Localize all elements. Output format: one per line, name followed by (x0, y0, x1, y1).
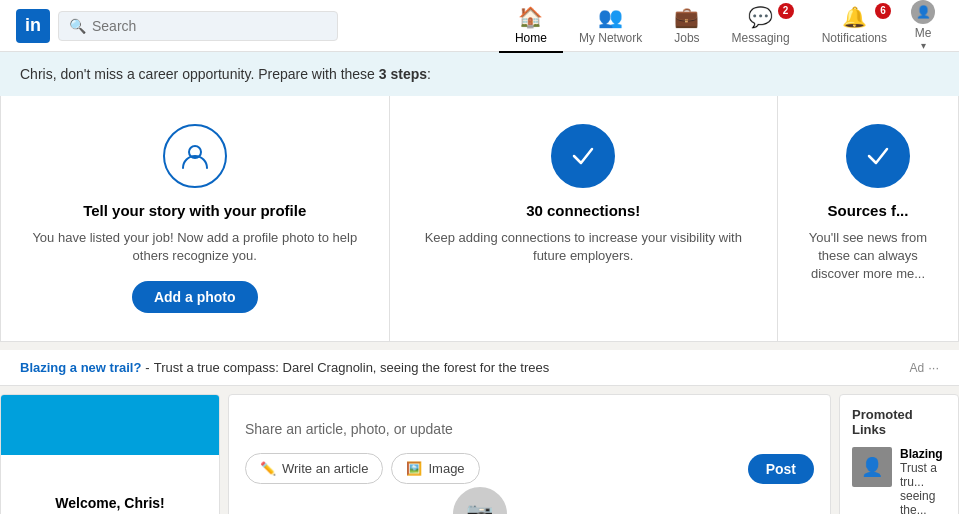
nav-item-messaging-label: Messaging (732, 31, 790, 45)
me-avatar: 👤 (911, 0, 935, 24)
nav-item-network-label: My Network (579, 31, 642, 45)
ad-link[interactable]: Blazing a new trail? (20, 360, 141, 375)
nav-items: 🏠 Home 👥 My Network 💼 Jobs 2 💬 Messaging… (499, 0, 943, 57)
top-nav: in 🔍 🏠 Home 👥 My Network 💼 Jobs 2 💬 Mess… (0, 0, 959, 52)
add-photo-button[interactable]: Add a photo (132, 281, 258, 313)
ad-banner: Blazing a new trail? - Trust a true comp… (0, 350, 959, 386)
image-button[interactable]: 🖼️ Image (391, 453, 479, 484)
promoted-item: 👤 Blazing Trust a tru... seeing the... (852, 447, 946, 514)
share-actions: ✏️ Write an article 🖼️ Image Post (245, 453, 814, 484)
linkedin-logo[interactable]: in (16, 9, 50, 43)
right-panel: Promoted Links 👤 Blazing Trust a tru... … (839, 394, 959, 514)
nav-item-me[interactable]: 👤 Me ▾ (903, 0, 943, 57)
left-panel-body: Welcome, Chris! (1, 455, 219, 514)
promoted-item-text: Blazing Trust a tru... seeing the... (900, 447, 946, 514)
nav-item-notifications-label: Notifications (822, 31, 887, 45)
left-panel-cover (1, 395, 219, 455)
connections-icon-circle (551, 124, 615, 188)
pencil-icon: ✏️ (260, 461, 276, 476)
search-bar[interactable]: 🔍 (58, 11, 338, 41)
notifications-icon: 🔔 (842, 5, 867, 29)
promoted-links-title: Promoted Links (852, 407, 946, 437)
center-panel: Share an article, photo, or update ✏️ Wr… (228, 394, 831, 514)
lower-section: 📷 📷 Welcome, Chris! Share an article, ph… (0, 386, 959, 514)
post-button[interactable]: Post (748, 454, 814, 484)
step3-description: You'll see news from these can always di… (802, 229, 934, 284)
step-card-connections: 30 connections! Keep adding connections … (390, 96, 779, 341)
nav-item-jobs-label: Jobs (674, 31, 699, 45)
nav-item-messaging[interactable]: 2 💬 Messaging (716, 0, 806, 53)
ad-more-icon[interactable]: ··· (928, 360, 939, 375)
career-banner-pre: Chris, don't miss a career opportunity. … (20, 66, 379, 82)
step-card-sources: Sources f... You'll see news from these … (778, 96, 958, 341)
promoted-item-title: Blazing (900, 447, 943, 461)
nav-item-me-label: Me (915, 26, 932, 40)
ad-separator: - (145, 360, 149, 375)
jobs-icon: 💼 (674, 5, 699, 29)
write-article-label: Write an article (282, 461, 368, 476)
nav-item-my-network[interactable]: 👥 My Network (563, 0, 658, 53)
network-icon: 👥 (598, 5, 623, 29)
share-placeholder[interactable]: Share an article, photo, or update (245, 411, 814, 453)
step2-description: Keep adding connections to increase your… (414, 229, 754, 265)
steps-container: Tell your story with your profile You ha… (0, 96, 959, 342)
step-card-profile: Tell your story with your profile You ha… (1, 96, 390, 341)
left-panel: 📷 📷 Welcome, Chris! (0, 394, 220, 514)
sources-icon-circle (846, 124, 910, 188)
home-icon: 🏠 (518, 5, 543, 29)
promoted-thumbnail: 👤 (852, 447, 892, 487)
career-banner-post: : (427, 66, 431, 82)
notifications-badge: 6 (875, 3, 891, 19)
messaging-icon: 💬 (748, 5, 773, 29)
image-label: Image (428, 461, 464, 476)
ad-label: Ad (909, 361, 924, 375)
ad-body: Trust a true compass: Darel Cragnolin, s… (154, 360, 549, 375)
messaging-badge: 2 (778, 3, 794, 19)
write-article-button[interactable]: ✏️ Write an article (245, 453, 383, 484)
image-icon: 🖼️ (406, 461, 422, 476)
step3-title: Sources f... (828, 202, 909, 219)
welcome-text: Welcome, Chris! (17, 495, 203, 511)
career-banner: Chris, don't miss a career opportunity. … (0, 52, 959, 96)
profile-icon-circle (163, 124, 227, 188)
step2-title: 30 connections! (526, 202, 640, 219)
promoted-item-body: Trust a tru... seeing the... (900, 461, 937, 514)
step1-description: You have listed your job! Now add a prof… (25, 229, 365, 265)
search-icon: 🔍 (69, 18, 86, 34)
nav-item-jobs[interactable]: 💼 Jobs (658, 0, 715, 53)
me-chevron-icon: ▾ (921, 40, 926, 51)
nav-item-home-label: Home (515, 31, 547, 45)
nav-item-home[interactable]: 🏠 Home (499, 0, 563, 53)
career-steps-count: 3 steps (379, 66, 427, 82)
step1-title: Tell your story with your profile (83, 202, 306, 219)
nav-item-notifications[interactable]: 6 🔔 Notifications (806, 0, 903, 53)
search-input[interactable] (92, 18, 327, 34)
